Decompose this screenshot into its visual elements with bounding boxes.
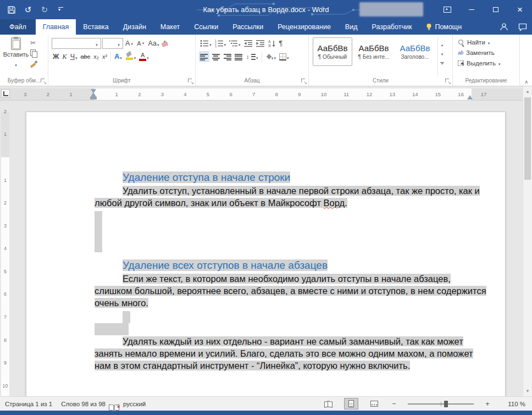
style-normal[interactable]: АаБбВв ¶ Обычный <box>313 37 352 66</box>
scrollbar-thumb[interactable] <box>524 97 531 180</box>
line-spacing-button[interactable] <box>245 51 259 62</box>
bold-button[interactable]: Ж <box>52 51 60 62</box>
text-effects-button[interactable]: А <box>113 51 123 62</box>
borders-button[interactable] <box>278 51 290 62</box>
align-right-button[interactable] <box>222 51 232 62</box>
read-mode-button[interactable] <box>321 398 335 410</box>
increase-indent-button[interactable] <box>255 38 266 49</box>
tab-view[interactable]: Вид <box>338 19 365 35</box>
style-heading[interactable]: АаБбВв Заголово... <box>395 37 435 66</box>
vertical-ruler[interactable]: 2112345678910 <box>1 112 9 396</box>
replace-button[interactable]: ab Заменить <box>458 48 518 57</box>
font-dialog-launcher[interactable] <box>188 79 193 84</box>
tab-layout[interactable]: Макет <box>153 19 187 35</box>
font-name-value[interactable] <box>52 38 93 48</box>
document-page[interactable]: Удаление отступа в начале строки Удалить… <box>26 112 506 396</box>
account-button[interactable] <box>495 19 513 35</box>
zoom-slider[interactable] <box>408 400 474 408</box>
paragraph-dialog-launcher[interactable] <box>301 79 307 84</box>
underline-icon: Ч <box>70 53 75 60</box>
tab-file[interactable]: Файл <box>0 19 36 35</box>
paste-button[interactable]: Вставить <box>4 37 27 77</box>
shrink-font-button[interactable]: А <box>136 38 146 49</box>
hanging-indent-marker[interactable] <box>91 92 96 97</box>
maximize-button[interactable] <box>484 0 508 19</box>
zoom-in-button[interactable]: + <box>484 400 491 408</box>
undo-button[interactable] <box>23 5 33 15</box>
style-no-spacing[interactable]: АаБбВв ¶ Без инте... <box>354 37 394 66</box>
borders-icon <box>279 53 286 60</box>
tab-references[interactable]: Ссылки <box>187 19 225 35</box>
show-formatting-marks-button[interactable]: ¶ <box>278 38 284 49</box>
zoom-slider-thumb[interactable] <box>444 401 448 407</box>
zoom-out-button[interactable]: − <box>390 400 398 408</box>
change-case-button[interactable]: Аа <box>147 38 160 49</box>
language-indicator[interactable]: русский <box>123 401 146 407</box>
font-size-dropdown[interactable] <box>115 38 123 48</box>
collapse-ribbon-button[interactable] <box>524 79 528 85</box>
zoom-level-button[interactable]: 110 % <box>500 401 525 407</box>
scroll-up-arrow-icon[interactable] <box>523 89 532 94</box>
italic-button[interactable]: К <box>61 51 68 62</box>
font-name-combobox[interactable] <box>52 38 101 49</box>
styles-more-button[interactable] <box>438 59 446 68</box>
feedback-button[interactable] <box>513 19 532 35</box>
tab-review[interactable]: Рецензирование <box>270 19 338 35</box>
word-count[interactable]: Слово 98 из 98 <box>61 401 106 407</box>
vertical-scrollbar[interactable] <box>523 86 532 396</box>
tab-home[interactable]: Главная <box>36 19 76 35</box>
tab-mailings[interactable]: Рассылки <box>225 19 270 35</box>
shading-button[interactable] <box>264 51 278 62</box>
underline-button[interactable]: Ч <box>69 51 79 62</box>
decrease-indent-button[interactable] <box>243 38 254 49</box>
clear-formatting-button[interactable]: А <box>162 38 168 49</box>
justify-button[interactable] <box>234 51 244 62</box>
dropdown-arrow-icon <box>134 52 136 62</box>
web-layout-button[interactable] <box>367 398 381 410</box>
horizontal-ruler[interactable]: 3211234567891011121314151617 <box>0 88 523 101</box>
font-color-button[interactable]: А <box>138 51 150 62</box>
selected-text: Удалять каждый из них отдельно - вариант… <box>95 336 473 370</box>
superscript-button[interactable]: х² <box>101 51 108 62</box>
minimize-button[interactable] <box>459 0 484 19</box>
tab-stop-selector[interactable] <box>1 89 10 98</box>
font-size-value[interactable] <box>103 38 115 48</box>
save-button[interactable] <box>7 5 16 15</box>
subscript-button[interactable]: х₂ <box>92 51 100 62</box>
close-button[interactable] <box>508 0 532 19</box>
sort-button[interactable]: АЯ <box>267 38 277 49</box>
tab-insert[interactable]: Вставка <box>76 19 115 35</box>
cut-button[interactable]: ✂ <box>30 38 42 47</box>
selected-text: Если же текст, в котором вам необходимо … <box>95 274 486 308</box>
numbering-button[interactable]: 123 <box>214 38 228 49</box>
find-button[interactable]: Найти <box>458 38 518 47</box>
print-layout-button[interactable] <box>344 398 358 410</box>
align-center-button[interactable] <box>210 51 221 62</box>
left-indent-marker[interactable] <box>90 97 97 99</box>
grow-font-button[interactable]: А <box>124 38 135 49</box>
styles-dialog-launcher[interactable] <box>445 79 451 84</box>
highlight-button[interactable] <box>124 51 137 62</box>
redo-button[interactable] <box>40 5 49 15</box>
page-indicator[interactable]: Страница 1 из 1 <box>5 401 52 407</box>
ribbon-display-options-button[interactable] <box>435 0 459 19</box>
copy-button[interactable] <box>30 49 42 57</box>
tab-developer[interactable]: Разработчик <box>364 19 419 35</box>
customize-qat-button[interactable] <box>56 5 66 15</box>
right-indent-marker[interactable] <box>467 95 473 99</box>
format-painter-button[interactable] <box>30 59 42 68</box>
select-button[interactable]: Выделить <box>458 59 518 68</box>
scroll-down-arrow-icon[interactable] <box>523 389 532 394</box>
styles-scroll-up-button[interactable] <box>438 40 446 49</box>
font-size-combobox[interactable] <box>102 38 123 49</box>
styles-scroll-down-button[interactable] <box>438 49 446 59</box>
font-name-dropdown[interactable] <box>93 38 101 48</box>
multilevel-list-button[interactable] <box>228 38 242 49</box>
tab-design[interactable]: Дизайн <box>116 19 153 35</box>
tell-me-assistant[interactable]: Помощн <box>419 19 469 35</box>
strikethrough-button[interactable]: abc <box>79 51 91 62</box>
align-left-button[interactable] <box>199 51 209 62</box>
bullets-button[interactable] <box>199 38 213 49</box>
scissors-icon: ✂ <box>30 40 36 46</box>
clipboard-dialog-launcher[interactable] <box>41 79 46 84</box>
